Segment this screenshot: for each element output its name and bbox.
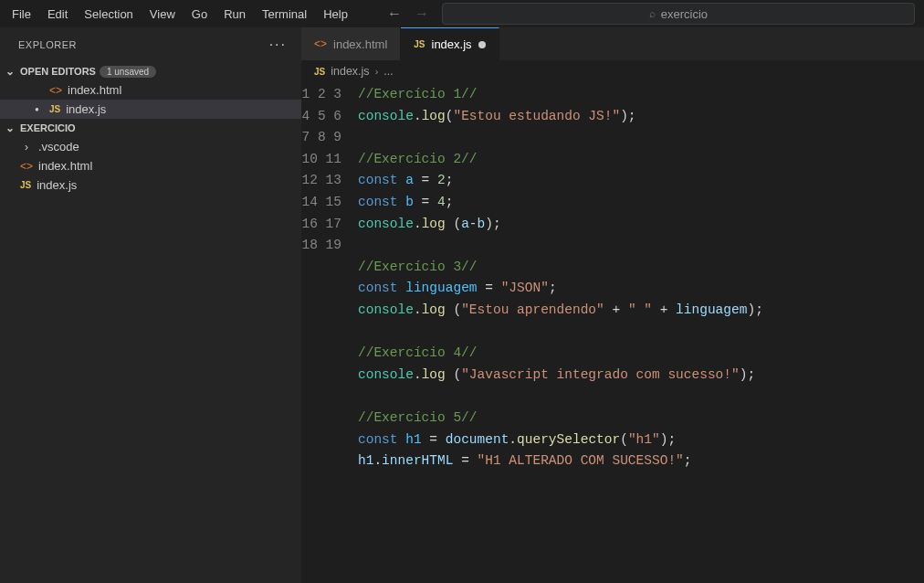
chevron-right-icon: › (20, 141, 33, 154)
js-file-icon: JS (20, 180, 31, 190)
menu-terminal[interactable]: Terminal (254, 4, 315, 25)
js-file-icon: JS (314, 67, 325, 77)
line-gutter: 1 2 3 4 5 6 7 8 9 10 11 12 13 14 15 16 1… (301, 84, 358, 583)
tab-index-html[interactable]: <> index.html (301, 27, 401, 60)
menu-selection[interactable]: Selection (76, 4, 141, 25)
chevron-right-icon: › (375, 66, 379, 77)
menu-file[interactable]: File (4, 4, 39, 25)
code-editor[interactable]: 1 2 3 4 5 6 7 8 9 10 11 12 13 14 15 16 1… (301, 82, 924, 583)
js-file-icon: JS (49, 104, 60, 114)
chevron-down-icon: ⌄ (4, 65, 16, 78)
menu-go[interactable]: Go (184, 4, 215, 25)
folder-item[interactable]: › .vscode (0, 137, 301, 156)
file-item[interactable]: <> index.html (0, 156, 301, 175)
explorer-more-icon[interactable]: ··· (269, 37, 287, 53)
project-header[interactable]: ⌄ EXERCICIO (0, 119, 301, 137)
menu-help[interactable]: Help (315, 4, 356, 25)
js-file-icon: JS (414, 39, 425, 49)
menu-edit[interactable]: Edit (39, 4, 76, 25)
nav-back-icon[interactable]: ← (387, 5, 402, 22)
html-file-icon: <> (49, 84, 62, 97)
explorer-title: EXPLORER (18, 39, 77, 50)
modified-dot-icon: ● (35, 105, 44, 113)
editor: <> index.html JS index.js JS index.js › … (301, 27, 924, 583)
tab-label: index.js (432, 37, 472, 51)
folder-label: .vscode (38, 140, 79, 154)
sidebar: EXPLORER ··· ⌄ OPEN EDITORS 1 unsaved <>… (0, 27, 301, 583)
open-editors-label: OPEN EDITORS (20, 66, 96, 77)
open-editors-header[interactable]: ⌄ OPEN EDITORS 1 unsaved (0, 62, 301, 80)
tab-label: index.html (333, 37, 387, 51)
html-file-icon: <> (314, 37, 327, 50)
breadcrumb[interactable]: JS index.js › ... (301, 60, 924, 82)
editor-tabs: <> index.html JS index.js (301, 27, 924, 60)
file-item[interactable]: JS index.js (0, 175, 301, 195)
open-editor-item[interactable]: ● JS index.js (0, 100, 301, 119)
command-center[interactable]: ⌕ exercicio (442, 3, 915, 25)
project-label: EXERCICIO (20, 122, 76, 133)
menubar: File Edit Selection View Go Run Terminal… (0, 0, 924, 27)
command-center-text: exercicio (661, 7, 708, 21)
modified-dot-icon (478, 41, 486, 48)
open-editor-item[interactable]: <> index.html (0, 80, 301, 100)
search-icon: ⌕ (649, 7, 656, 20)
file-label: index.js (37, 178, 77, 192)
menu-run[interactable]: Run (215, 4, 254, 25)
open-editor-label: index.js (66, 102, 106, 116)
tab-index-js[interactable]: JS index.js (401, 27, 499, 60)
code-lines[interactable]: //Exercício 1// console.log("Estou estud… (358, 84, 924, 583)
breadcrumb-file: index.js (331, 65, 369, 78)
menu-view[interactable]: View (142, 4, 184, 25)
nav-forward-icon[interactable]: → (415, 5, 429, 22)
file-label: index.html (38, 159, 92, 173)
html-file-icon: <> (20, 160, 33, 173)
open-editor-label: index.html (68, 83, 121, 97)
breadcrumb-rest: ... (383, 65, 393, 78)
unsaved-badge: 1 unsaved (100, 66, 156, 78)
chevron-down-icon: ⌄ (4, 122, 16, 134)
